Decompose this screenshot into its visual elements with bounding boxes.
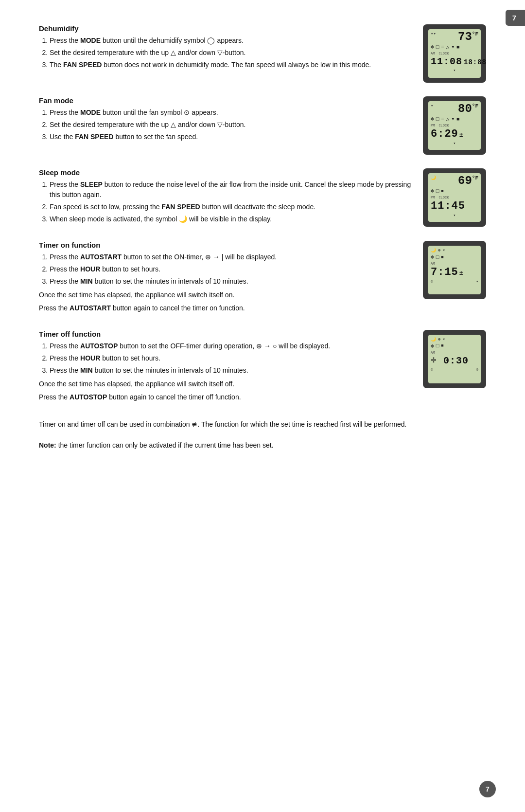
fan-mode-section: Fan mode Press the MODE button until the… bbox=[39, 96, 486, 155]
list-item: Press the HOUR button to set hours. bbox=[50, 264, 413, 274]
list-item: Press the MIN button to set the minutes … bbox=[50, 276, 413, 287]
timer-on-section: Timer on function Press the AUTOSTART bu… bbox=[39, 241, 486, 316]
dehumidify-section: Dehumidify Press the MODE button until t… bbox=[39, 24, 486, 83]
note-text: Note: the timer function can only be act… bbox=[39, 440, 486, 451]
lcd-display-dehumidify: ▾▾ 73°F ❄□≡△▾■ AMCLOCK 11:0818:88 ▾ bbox=[423, 24, 486, 83]
fan-mode-content: Fan mode Press the MODE button until the… bbox=[39, 96, 413, 145]
timer-on-steps: Press the AUTOSTART button to set the ON… bbox=[50, 252, 413, 287]
timer-on-note1: Once the set time has elapsed, the appli… bbox=[39, 289, 413, 300]
lcd-display-timer-on: 🌙 ⊕ ▾ ❄□■ AM 7:15± ⊙▾ bbox=[423, 241, 486, 299]
list-item: Set the desired temperature with the up … bbox=[50, 48, 413, 58]
lcd-screen-2: ▾ 80°F ❄□≡△▾■ PMCLOCK 6:29± ▾ bbox=[428, 101, 481, 150]
dehumidify-steps: Press the MODE button until the dehumidi… bbox=[50, 36, 413, 70]
dehumidify-content: Dehumidify Press the MODE button until t… bbox=[39, 24, 413, 73]
list-item: When sleep mode is activated, the symbol… bbox=[50, 214, 413, 224]
timer-off-section: Timer off function Press the AUTOSTOP bu… bbox=[39, 330, 486, 405]
list-item: The FAN SPEED button does not work in de… bbox=[50, 60, 413, 70]
lcd-screen-4: 🌙 ⊕ ▾ ❄□■ AM 7:15± ⊙▾ bbox=[428, 246, 481, 294]
timer-on-content: Timer on function Press the AUTOSTART bu… bbox=[39, 241, 413, 316]
timer-on-note2: Press the AUTOSTART button again to canc… bbox=[39, 303, 413, 313]
lcd-display-fan: ▾ 80°F ❄□≡△▾■ PMCLOCK 6:29± ▾ bbox=[423, 96, 486, 155]
list-item: Set the desired temperature with the up … bbox=[50, 120, 413, 130]
list-item: Press the AUTOSTOP button to set the OFF… bbox=[50, 341, 413, 351]
lcd-screen-5: 🌙 ⊕ ▾ ❄□■ AM ÷ 0:30 ⊙⊙ bbox=[428, 335, 481, 383]
lcd-screen-1: ▾▾ 73°F ❄□≡△▾■ AMCLOCK 11:0818:88 ▾ bbox=[428, 29, 481, 78]
fan-mode-steps: Press the MODE button until the fan symb… bbox=[50, 108, 413, 142]
list-item: Press the AUTOSTART button to set the ON… bbox=[50, 252, 413, 262]
sleep-mode-title: Sleep mode bbox=[39, 168, 413, 177]
timer-off-note2: Press the AUTOSTOP button again to cance… bbox=[39, 392, 413, 402]
list-item: Press the SLEEP button to reduce the noi… bbox=[50, 180, 413, 200]
list-item: Press the MODE button until the dehumidi… bbox=[50, 36, 413, 46]
timer-off-content: Timer off function Press the AUTOSTOP bu… bbox=[39, 330, 413, 405]
timer-on-title: Timer on function bbox=[39, 241, 413, 249]
timer-off-steps: Press the AUTOSTOP button to set the OFF… bbox=[50, 341, 413, 376]
page-number-label: 7 bbox=[486, 785, 490, 793]
page-number-bottom: 7 bbox=[479, 781, 496, 797]
list-item: Use the FAN SPEED button to set the fan … bbox=[50, 132, 413, 142]
dehumidify-title: Dehumidify bbox=[39, 24, 413, 33]
sleep-mode-section: Sleep mode Press the SLEEP button to red… bbox=[39, 168, 486, 227]
sleep-mode-steps: Press the SLEEP button to reduce the noi… bbox=[50, 180, 413, 224]
timer-off-title: Timer off function bbox=[39, 330, 413, 338]
lcd-screen-3: 🌙 69°F ❄□■ PMCLOCK 11:45 ▾ bbox=[428, 173, 481, 222]
sleep-mode-content: Sleep mode Press the SLEEP button to red… bbox=[39, 168, 413, 227]
timer-off-note1: Once the set time has elapsed, the appli… bbox=[39, 379, 413, 389]
fan-mode-title: Fan mode bbox=[39, 96, 413, 105]
list-item: Fan speed is set to low, pressing the FA… bbox=[50, 202, 413, 212]
list-item: Press the MODE button until the fan symb… bbox=[50, 108, 413, 118]
lcd-display-sleep: 🌙 69°F ❄□■ PMCLOCK 11:45 ▾ bbox=[423, 168, 486, 227]
page-tab: 7 bbox=[506, 10, 525, 26]
timer-combination-text: Timer on and timer off can be used in co… bbox=[39, 419, 486, 430]
page-tab-number: 7 bbox=[512, 14, 516, 22]
bottom-notes: Timer on and timer off can be used in co… bbox=[39, 419, 486, 451]
list-item: Press the MIN button to set the minutes … bbox=[50, 365, 413, 376]
lcd-display-timer-off: 🌙 ⊕ ▾ ❄□■ AM ÷ 0:30 ⊙⊙ bbox=[423, 330, 486, 388]
list-item: Press the HOUR button to set hours. bbox=[50, 353, 413, 363]
